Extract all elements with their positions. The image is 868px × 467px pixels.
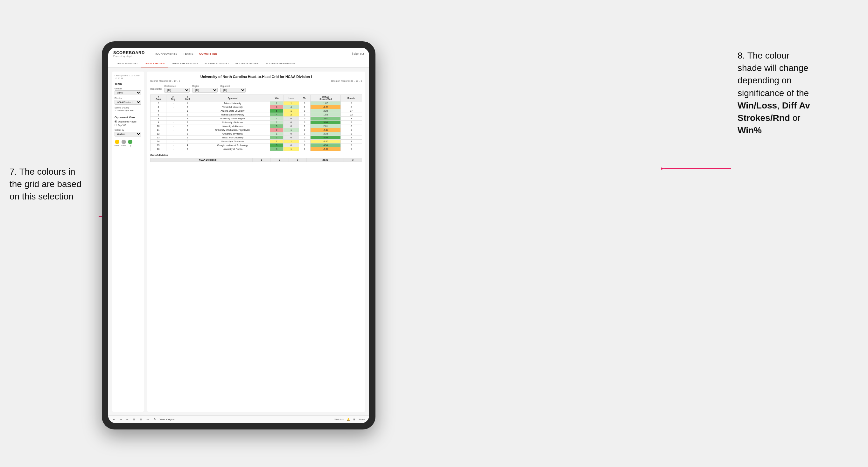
nav-tournaments[interactable]: TOURNAMENTS (154, 52, 178, 55)
tablet-screen: SCOREBOARD Powered by clippd TOURNAMENTS… (108, 48, 369, 423)
cell-loss: 0 (283, 124, 299, 128)
cell-rounds: 9 (341, 101, 362, 105)
table-row: 12 - 3 University of Virginia 1 0 0 2.33… (151, 132, 362, 136)
toolbar-clock[interactable]: ⏱ (152, 417, 157, 422)
ood-tie: 0 (288, 158, 307, 162)
cell-rounds: 3 (341, 139, 362, 144)
toolbar-back[interactable]: ↫ (125, 417, 129, 422)
cell-opponent: University of Arkansas, Fayetteville (195, 128, 270, 132)
cell-tie: 0 (299, 132, 311, 136)
legend-dot-level (122, 139, 126, 144)
logo-subtitle: Powered by clippd (113, 55, 145, 57)
cell-loss: 1 (283, 139, 299, 144)
radio-opponents-played[interactable]: Opponents Played (115, 120, 141, 123)
col-tie: Tie (299, 95, 311, 101)
table-row: 9 - 3 University of Arizona 1 0 0 9.00 2 (151, 121, 362, 124)
tab-player-h2h-heatmap[interactable]: PLAYER H2H HEATMAP (262, 60, 298, 67)
cell-opponent: Florida State University (195, 113, 270, 117)
toolbar-watch[interactable]: Watch ▾ (334, 418, 344, 421)
cell-reg: - (166, 101, 180, 105)
table-row: 6 - 2 Florida State University 4 2 0 1.8… (151, 113, 362, 117)
opponent-select[interactable]: (All) (220, 88, 246, 93)
radio-dot-played (115, 120, 117, 123)
toolbar-more[interactable]: ⋯ (146, 417, 150, 422)
out-of-division-row: NCAA Division II 1 0 0 26.00 3 (151, 158, 362, 162)
table-header-row: #Rank #Reg #Conf Opponent Win Loss Tie D… (151, 95, 362, 101)
sign-out[interactable]: | Sign out (352, 52, 364, 55)
cell-loss: 1 (283, 147, 299, 151)
legend: Down Level Up (115, 139, 141, 147)
tab-team-summary[interactable]: TEAM SUMMARY (113, 60, 141, 67)
cell-diff: 9.00 (311, 121, 341, 124)
cell-conf: 4 (180, 144, 195, 147)
cell-opponent: Texas Tech University (195, 136, 270, 139)
tab-team-h2h-heatmap[interactable]: TEAM H2H HEATMAP (168, 60, 202, 67)
filter-row: Opponents: Conference (All) Region (All) (150, 85, 362, 93)
cell-win: 1 (270, 132, 283, 136)
colour-by-label: Colour by (115, 129, 141, 131)
cell-diff: -6.67 (311, 147, 341, 151)
nav-committee[interactable]: COMMITTEE (199, 52, 217, 55)
legend-level: Level (121, 139, 126, 147)
cell-rank: 14 (151, 139, 166, 144)
toolbar-copy[interactable]: ⊞ (132, 417, 136, 422)
ood-loss: 0 (271, 158, 288, 162)
toolbar-undo[interactable]: ↩ (112, 417, 116, 422)
bottom-toolbar: ↩ ↪ ↫ ⊞ ⊟ ⋯ ⏱ View: Original Watch ▾ 🔔 ⊞… (108, 415, 369, 423)
cell-tie: 0 (299, 139, 311, 144)
col-diff: Diff AvStrokes/Rnd (311, 95, 341, 101)
col-rank: #Rank (151, 95, 166, 101)
cell-opponent: University of Arizona (195, 121, 270, 124)
col-loss: Loss (283, 95, 299, 101)
cell-tie: 0 (299, 147, 311, 151)
toolbar-share[interactable]: Share (359, 418, 365, 421)
tab-team-h2h-grid[interactable]: TEAM H2H GRID (141, 60, 168, 67)
division-record: Division Record: 88 - 17 - 0 (331, 80, 362, 83)
cell-reg: - (166, 147, 180, 151)
table-row: 16 - 2 University of Florida 3 1 0 -6.67… (151, 147, 362, 151)
toolbar-view[interactable]: View: Original (159, 418, 175, 421)
cell-loss: 1 (283, 128, 299, 132)
toolbar-paste[interactable]: ⊟ (139, 417, 143, 422)
conference-select[interactable]: (All) (164, 88, 190, 93)
cell-conf: 5 (180, 124, 195, 128)
cell-win: 5 (270, 144, 283, 147)
toolbar-bell[interactable]: 🔔 (347, 418, 350, 421)
cell-win: 4 (270, 113, 283, 117)
sidebar-gender-select[interactable]: Men's (115, 90, 141, 95)
cell-reg: - (166, 124, 180, 128)
cell-rounds: 12 (341, 113, 362, 117)
region-select[interactable]: (All) (192, 88, 218, 93)
cell-diff: 1.67 (311, 101, 341, 105)
table-row: 10 - 5 University of Alabama 3 0 0 2.61 … (151, 124, 362, 128)
cell-win: 2 (270, 101, 283, 105)
cell-rounds: 3 (341, 117, 362, 121)
cell-rank: 4 (151, 109, 166, 113)
cell-loss: 0 (283, 136, 299, 139)
cell-loss: 0 (283, 132, 299, 136)
tab-player-h2h-grid[interactable]: PLAYER H2H GRID (232, 60, 262, 67)
toolbar-redo[interactable]: ↪ (119, 417, 123, 422)
cell-conf: 1 (180, 101, 195, 105)
radio-dot-top100 (115, 124, 117, 126)
cell-opponent: Auburn University (195, 101, 270, 105)
cell-conf: 6 (180, 128, 195, 132)
toolbar-grid[interactable]: ⊞ (353, 418, 355, 421)
colour-by-select[interactable]: Win/loss (115, 132, 141, 136)
overall-record: Overall Record: 89 - 17 - 0 (150, 80, 180, 83)
cell-rounds: 2 (341, 121, 362, 124)
cell-diff: 1.83 (311, 113, 341, 117)
legend-up: Up (128, 139, 132, 147)
cell-rounds: 3 (341, 132, 362, 136)
cell-opponent: University of Virginia (195, 132, 270, 136)
cell-win: 3 (270, 124, 283, 128)
nav-teams[interactable]: TEAMS (183, 52, 194, 55)
cell-tie: 0 (299, 121, 311, 124)
cell-opponent: University of Florida (195, 147, 270, 151)
cell-tie: 0 (299, 136, 311, 139)
grid-records: Overall Record: 89 - 17 - 0 Division Rec… (150, 80, 362, 83)
sidebar-division-select[interactable]: NCAA Division I (115, 100, 141, 105)
tab-player-summary[interactable]: PLAYER SUMMARY (202, 60, 232, 67)
radio-top-100[interactable]: Top 100 (115, 124, 141, 126)
cell-rank: 11 (151, 128, 166, 132)
